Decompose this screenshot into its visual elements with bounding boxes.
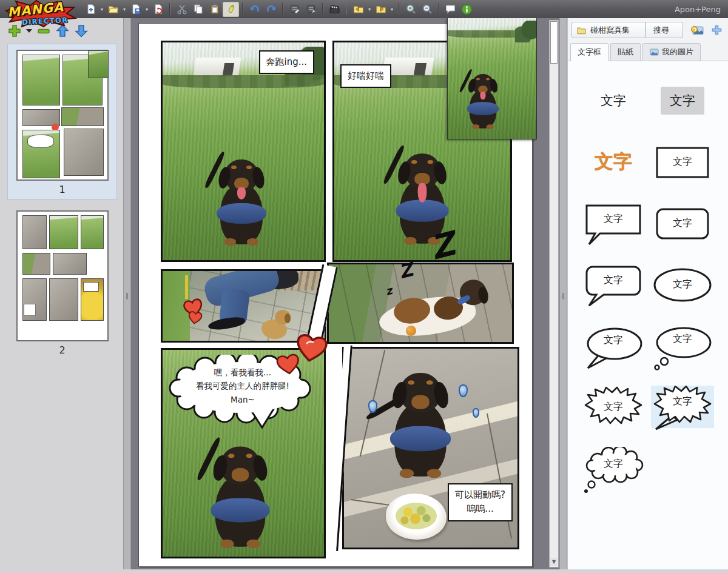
building-shape	[194, 58, 242, 77]
text-style-burst[interactable]: 文字	[582, 386, 645, 428]
zoom-in-button[interactable]	[402, 2, 419, 17]
manga-director-window: ▾ ▾ ▾	[0, 0, 728, 573]
page-2-preview	[16, 210, 109, 341]
caption-panel-1[interactable]: 奔跑ing...	[259, 50, 315, 74]
trees-shape	[515, 21, 537, 42]
zzz-large: Z	[427, 227, 458, 265]
zoom-out-button[interactable]	[419, 2, 435, 17]
movie-export-button[interactable]	[326, 2, 343, 17]
ellipse-thought-bubble-shape	[651, 324, 714, 370]
cloud-thought-bubble-shape	[582, 447, 645, 495]
toolbar-separator	[169, 3, 170, 15]
page-layout-edit-button[interactable]	[286, 2, 303, 17]
text-style-rectangle-tail[interactable]: 文字	[582, 202, 645, 244]
save-menu[interactable]: ▾	[144, 7, 150, 12]
open-folder-icon	[108, 4, 119, 15]
cut-button[interactable]	[174, 2, 190, 17]
toolbar-separator	[398, 3, 399, 15]
clapperboard-icon	[329, 4, 340, 15]
add-resource-icon[interactable]	[711, 24, 723, 36]
left-splitter[interactable]: ‖	[123, 18, 131, 569]
export-folder-icon	[376, 4, 386, 15]
text-style-plain-boxed[interactable]: 文字	[651, 79, 714, 122]
style-label: 文字	[601, 92, 626, 109]
comic-page: 奔跑ing... 好喘好喘	[138, 23, 533, 567]
format-brush-button[interactable]	[223, 2, 239, 17]
album-select-button[interactable]: 碰柑寫真集	[571, 22, 645, 38]
user-label: Apon+Peng	[675, 5, 721, 14]
page-thumbnail-2[interactable]: 2	[7, 204, 117, 360]
text-style-plain[interactable]: 文字	[582, 79, 645, 122]
toolbar-separator	[282, 3, 283, 15]
text-styles-grid: 文字 文字 文字 文字 文字 文字	[568, 79, 728, 489]
text-style-orange-outline[interactable]: 文字	[582, 141, 645, 183]
scrollbar-down-arrow[interactable]: ▼	[550, 558, 558, 566]
style-label: 文字	[673, 333, 692, 346]
text-style-cloud-thought[interactable]: 文字	[582, 447, 645, 489]
hearts-sticker-large[interactable]	[275, 326, 332, 389]
style-label: 文字	[661, 87, 704, 115]
info-icon	[461, 4, 473, 15]
open-file-menu[interactable]: ▾	[121, 7, 127, 12]
text-style-ellipse[interactable]: 文字	[651, 263, 714, 306]
resources-tabs: 文字框 貼紙 我的圖片	[568, 39, 728, 61]
caption-panel-2[interactable]: 好喘好喘	[340, 64, 391, 88]
import-folder-button[interactable]	[350, 2, 366, 17]
comic-panel-6[interactable]: 可以開動嗎? 嗚嗚...	[342, 347, 519, 549]
page-thumbnail-1[interactable]: 1	[7, 44, 117, 199]
style-label: 文字	[604, 458, 623, 471]
import-folder-icon	[353, 4, 364, 15]
redo-button[interactable]	[263, 2, 279, 17]
copy-button[interactable]	[190, 2, 206, 17]
hearts-sticker-small[interactable]	[181, 295, 218, 335]
import-folder-menu[interactable]: ▾	[366, 7, 372, 12]
tab-text-frames[interactable]: 文字框	[570, 43, 608, 61]
open-file-button[interactable]	[105, 2, 121, 17]
app-logo: MANGA DIRECTOR	[1, 0, 81, 32]
undo-button[interactable]	[246, 2, 263, 17]
zzz-sticker[interactable]: Z Z z	[385, 230, 454, 312]
text-style-rounded-rectangle[interactable]: 文字	[651, 202, 714, 244]
style-label: 文字	[673, 217, 692, 230]
tear-drop-sticker[interactable]	[473, 408, 479, 418]
new-document-button[interactable]	[83, 2, 99, 17]
save-icon	[130, 4, 141, 15]
tear-drop-sticker[interactable]	[459, 384, 468, 397]
tab-stickers[interactable]: 貼紙	[610, 43, 641, 61]
tab-label: 貼紙	[618, 47, 633, 58]
cut-icon	[177, 4, 187, 15]
canvas-area: 奔跑ing... 好喘好喘	[131, 18, 559, 569]
text-style-rectangle[interactable]: 文字	[651, 141, 714, 183]
export-folder-button[interactable]	[372, 2, 389, 17]
photo-dog-running-1	[163, 42, 324, 260]
balloon-icon	[445, 4, 456, 15]
tab-my-images[interactable]: 我的圖片	[642, 43, 701, 61]
toolbar-separator	[438, 3, 439, 15]
text-style-burst-tail[interactable]: 文字	[651, 386, 714, 428]
info-button[interactable]	[459, 2, 475, 17]
export-folder-menu[interactable]: ▾	[389, 7, 395, 12]
scrollbar-thumb[interactable]	[550, 21, 558, 64]
search-label: 搜尋	[653, 25, 669, 36]
page-layout-add-button[interactable]	[303, 2, 319, 17]
right-splitter[interactable]: ‖	[559, 18, 567, 569]
revert-document-button[interactable]	[150, 2, 166, 17]
new-document-menu[interactable]: ▾	[99, 7, 105, 12]
text-style-rounded-rectangle-tail[interactable]: 文字	[582, 263, 645, 306]
canvas-vertical-scrollbar[interactable]: ▼	[549, 20, 559, 568]
online-album-icon[interactable]	[690, 25, 704, 36]
style-label: 文字	[673, 156, 692, 169]
comic-panel-1[interactable]: 奔跑ing...	[161, 41, 326, 262]
burst-tail-bubble-shape	[651, 386, 714, 431]
balloon-tool-button[interactable]	[442, 2, 459, 17]
text-style-ellipse-thought[interactable]: 文字	[651, 324, 714, 367]
ellipse-tail-bubble-shape	[582, 324, 645, 369]
floating-photo-dog[interactable]	[447, 18, 537, 139]
caption-panel-6[interactable]: 可以開動嗎? 嗚嗚...	[448, 483, 513, 521]
search-button[interactable]: 搜尋	[645, 22, 683, 38]
save-button[interactable]	[127, 2, 144, 17]
text-style-ellipse-tail[interactable]: 文字	[582, 324, 645, 367]
style-label: 文字	[673, 278, 692, 291]
page-layout-edit-icon	[289, 4, 300, 15]
paste-button[interactable]	[206, 2, 223, 17]
